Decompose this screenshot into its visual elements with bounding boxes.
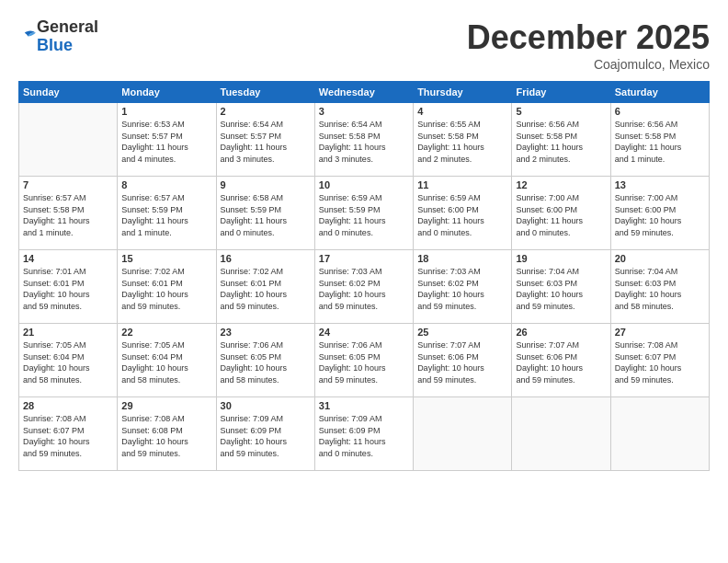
table-row: 17Sunrise: 7:03 AMSunset: 6:02 PMDayligh…	[314, 250, 413, 324]
logo: General Blue	[18, 18, 98, 55]
table-row: 31Sunrise: 7:09 AMSunset: 6:09 PMDayligh…	[314, 397, 413, 471]
table-row: 12Sunrise: 7:00 AMSunset: 6:00 PMDayligh…	[512, 177, 610, 250]
day-info: Sunrise: 7:02 AMSunset: 6:01 PMDaylight:…	[221, 266, 311, 312]
calendar: Sunday Monday Tuesday Wednesday Thursday…	[18, 81, 710, 471]
table-row: 16Sunrise: 7:02 AMSunset: 6:01 PMDayligh…	[216, 250, 314, 324]
day-info: Sunrise: 7:02 AMSunset: 6:01 PMDaylight:…	[121, 266, 211, 312]
table-row: 14Sunrise: 7:01 AMSunset: 6:01 PMDayligh…	[19, 250, 118, 324]
logo-general: General	[37, 18, 98, 37]
day-number: 1	[121, 106, 211, 117]
calendar-week-row: 1Sunrise: 6:53 AMSunset: 5:57 PMDaylight…	[19, 103, 710, 177]
day-number: 17	[319, 253, 409, 264]
table-row: 10Sunrise: 6:59 AMSunset: 5:59 PMDayligh…	[314, 177, 413, 250]
table-row: 4Sunrise: 6:55 AMSunset: 5:58 PMDaylight…	[414, 103, 512, 177]
day-number: 11	[417, 179, 507, 190]
day-number: 22	[121, 327, 211, 338]
table-row: 30Sunrise: 7:09 AMSunset: 6:09 PMDayligh…	[216, 397, 314, 471]
header-monday: Monday	[118, 82, 216, 103]
table-row: 26Sunrise: 7:07 AMSunset: 6:06 PMDayligh…	[512, 324, 610, 397]
table-row: 24Sunrise: 7:06 AMSunset: 6:05 PMDayligh…	[314, 324, 413, 397]
day-number: 30	[221, 400, 311, 411]
table-row: 15Sunrise: 7:02 AMSunset: 6:01 PMDayligh…	[118, 250, 216, 324]
table-row: 25Sunrise: 7:07 AMSunset: 6:06 PMDayligh…	[414, 324, 512, 397]
day-info: Sunrise: 7:09 AMSunset: 6:09 PMDaylight:…	[319, 413, 409, 459]
header-wednesday: Wednesday	[314, 82, 413, 103]
table-row: 6Sunrise: 6:56 AMSunset: 5:58 PMDaylight…	[610, 103, 709, 177]
table-row: 9Sunrise: 6:58 AMSunset: 5:59 PMDaylight…	[216, 177, 314, 250]
day-number: 31	[319, 400, 409, 411]
table-row: 22Sunrise: 7:05 AMSunset: 6:04 PMDayligh…	[118, 324, 216, 397]
header-friday: Friday	[512, 82, 610, 103]
calendar-week-row: 21Sunrise: 7:05 AMSunset: 6:04 PMDayligh…	[19, 324, 710, 397]
day-info: Sunrise: 6:59 AMSunset: 6:00 PMDaylight:…	[417, 192, 507, 238]
day-number: 4	[417, 106, 507, 117]
table-row: 13Sunrise: 7:00 AMSunset: 6:00 PMDayligh…	[610, 177, 709, 250]
table-row: 2Sunrise: 6:54 AMSunset: 5:57 PMDaylight…	[216, 103, 314, 177]
day-info: Sunrise: 7:04 AMSunset: 6:03 PMDaylight:…	[516, 266, 606, 312]
day-info: Sunrise: 7:06 AMSunset: 6:05 PMDaylight:…	[319, 339, 409, 385]
table-row	[512, 397, 610, 471]
header-sunday: Sunday	[19, 82, 118, 103]
day-info: Sunrise: 6:54 AMSunset: 5:57 PMDaylight:…	[221, 119, 311, 165]
table-row: 8Sunrise: 6:57 AMSunset: 5:59 PMDaylight…	[118, 177, 216, 250]
table-row: 23Sunrise: 7:06 AMSunset: 6:05 PMDayligh…	[216, 324, 314, 397]
day-number: 12	[516, 179, 606, 190]
calendar-week-row: 28Sunrise: 7:08 AMSunset: 6:07 PMDayligh…	[19, 397, 710, 471]
day-number: 21	[23, 327, 113, 338]
day-number: 20	[615, 253, 705, 264]
table-row	[414, 397, 512, 471]
calendar-week-row: 7Sunrise: 6:57 AMSunset: 5:58 PMDaylight…	[19, 177, 710, 250]
day-info: Sunrise: 7:05 AMSunset: 6:04 PMDaylight:…	[23, 339, 113, 385]
table-row: 1Sunrise: 6:53 AMSunset: 5:57 PMDaylight…	[118, 103, 216, 177]
title-block: December 2025 Coajomulco, Mexico	[467, 18, 710, 72]
day-number: 25	[417, 327, 507, 338]
table-row: 29Sunrise: 7:08 AMSunset: 6:08 PMDayligh…	[118, 397, 216, 471]
header-saturday: Saturday	[610, 82, 709, 103]
day-number: 8	[121, 179, 211, 190]
day-number: 14	[23, 253, 113, 264]
day-info: Sunrise: 7:04 AMSunset: 6:03 PMDaylight:…	[615, 266, 705, 312]
day-info: Sunrise: 7:00 AMSunset: 6:00 PMDaylight:…	[615, 192, 705, 238]
day-info: Sunrise: 6:56 AMSunset: 5:58 PMDaylight:…	[516, 119, 606, 165]
table-row: 19Sunrise: 7:04 AMSunset: 6:03 PMDayligh…	[512, 250, 610, 324]
day-number: 7	[23, 179, 113, 190]
day-info: Sunrise: 7:00 AMSunset: 6:00 PMDaylight:…	[516, 192, 606, 238]
day-info: Sunrise: 6:54 AMSunset: 5:58 PMDaylight:…	[319, 119, 409, 165]
day-number: 23	[221, 327, 311, 338]
logo-blue: Blue	[37, 37, 98, 55]
day-info: Sunrise: 7:03 AMSunset: 6:02 PMDaylight:…	[417, 266, 507, 312]
table-row: 20Sunrise: 7:04 AMSunset: 6:03 PMDayligh…	[610, 250, 709, 324]
logo-bird-icon	[20, 29, 37, 45]
table-row: 28Sunrise: 7:08 AMSunset: 6:07 PMDayligh…	[19, 397, 118, 471]
day-info: Sunrise: 7:08 AMSunset: 6:07 PMDaylight:…	[615, 339, 705, 385]
day-number: 3	[319, 106, 409, 117]
table-row: 27Sunrise: 7:08 AMSunset: 6:07 PMDayligh…	[610, 324, 709, 397]
day-number: 29	[121, 400, 211, 411]
day-number: 18	[417, 253, 507, 264]
day-number: 5	[516, 106, 606, 117]
table-row: 7Sunrise: 6:57 AMSunset: 5:58 PMDaylight…	[19, 177, 118, 250]
day-number: 9	[221, 179, 311, 190]
day-info: Sunrise: 7:08 AMSunset: 6:07 PMDaylight:…	[23, 413, 113, 459]
table-row: 5Sunrise: 6:56 AMSunset: 5:58 PMDaylight…	[512, 103, 610, 177]
day-info: Sunrise: 7:01 AMSunset: 6:01 PMDaylight:…	[23, 266, 113, 312]
day-number: 27	[615, 327, 705, 338]
day-info: Sunrise: 7:03 AMSunset: 6:02 PMDaylight:…	[319, 266, 409, 312]
calendar-week-row: 14Sunrise: 7:01 AMSunset: 6:01 PMDayligh…	[19, 250, 710, 324]
day-number: 2	[221, 106, 311, 117]
header: General Blue December 2025 Coajomulco, M…	[18, 18, 710, 72]
day-number: 16	[221, 253, 311, 264]
header-tuesday: Tuesday	[216, 82, 314, 103]
location: Coajomulco, Mexico	[467, 57, 710, 72]
table-row	[19, 103, 118, 177]
day-number: 28	[23, 400, 113, 411]
page: General Blue December 2025 Coajomulco, M…	[0, 0, 728, 563]
table-row: 18Sunrise: 7:03 AMSunset: 6:02 PMDayligh…	[414, 250, 512, 324]
day-info: Sunrise: 6:55 AMSunset: 5:58 PMDaylight:…	[417, 119, 507, 165]
day-number: 13	[615, 179, 705, 190]
day-number: 19	[516, 253, 606, 264]
day-number: 15	[121, 253, 211, 264]
day-info: Sunrise: 7:07 AMSunset: 6:06 PMDaylight:…	[516, 339, 606, 385]
day-number: 24	[319, 327, 409, 338]
day-info: Sunrise: 7:09 AMSunset: 6:09 PMDaylight:…	[221, 413, 311, 459]
